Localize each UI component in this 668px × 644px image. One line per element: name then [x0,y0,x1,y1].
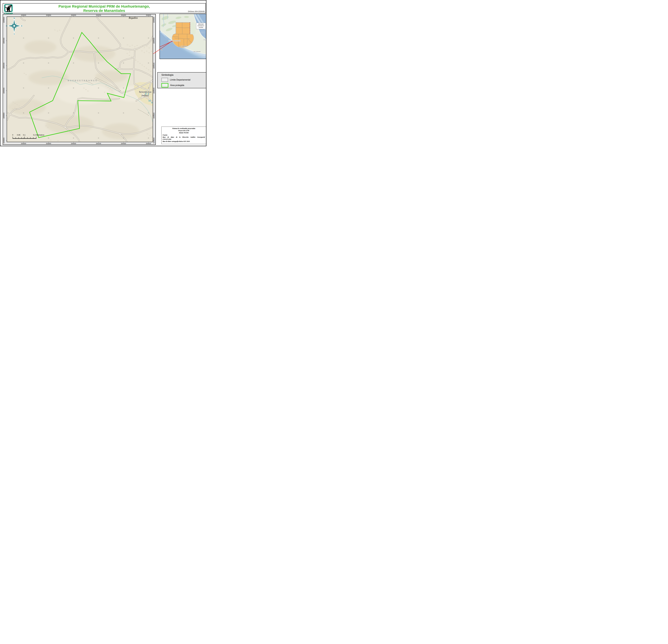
scale-bar-label: 0.1 [23,134,25,136]
building [110,89,110,89]
building [50,140,51,141]
info-line: Datum WGS84 [163,132,205,134]
building [141,99,142,100]
building [140,87,141,88]
compass-letter-n: N [14,17,15,19]
scale-bar-label: 0.2 Kilómetros [33,134,44,136]
info-line: Base de datos cartografía básica IGN 201… [163,140,205,142]
inset-label-country: G u a t e m a l a [169,40,180,42]
building [148,69,149,70]
building [57,31,58,32]
info-line: Proyección GTM [163,129,205,132]
building [108,87,108,88]
axis-label-top: 394200 [96,14,101,16]
axis-label-bottom: 394400 [121,143,126,144]
building [149,52,150,53]
building [141,50,142,51]
legend-label: Límite Departamental [170,79,191,81]
building [88,91,88,91]
building [133,58,134,59]
guatemala-city-marker [179,46,181,47]
info-line: Fuente: [163,134,205,136]
building [139,47,140,48]
building [129,55,130,56]
axis-label-bottom: 393800 [46,143,51,144]
coordinate-system-info-box: Sistema de coordenadas proyectadasProyec… [162,127,206,144]
inset-country-map[interactable]: G u a t e m a l aGuatemalaSan SalvadorH … [160,14,207,59]
info-line: CONAP 2026 [163,138,205,140]
building [111,90,112,90]
axis-label-left: 1699600 [3,17,5,23]
building [147,133,148,134]
inset-label-honduras-part: H o [203,39,206,41]
building [149,48,150,48]
legend-item-protected-area[interactable]: Área protegida [162,83,206,88]
building [137,61,138,62]
building [146,46,147,47]
info-line: Sistema de coordenadas proyectadas [163,127,205,129]
map-frame[interactable]: HUEHUETENANGORegadiosTuricentro LosDelfi… [3,14,156,145]
building [137,85,139,86]
axis-label-top: 393600 [21,14,26,16]
axis-label-left: 1698600 [3,138,5,143]
building [135,60,136,61]
building [150,135,150,136]
info-line: Base de datos de la Dirección Análisis G… [163,136,205,138]
building [137,45,138,46]
building [144,66,145,67]
building [140,63,140,64]
axis-label-top: 394600 [146,14,151,16]
axis-label-left: 1699000 [3,88,5,94]
building [16,109,17,110]
building [127,53,128,54]
legend-label: Área protegida [170,84,184,87]
axis-label-bottom: 394600 [146,143,151,144]
compass-letter-o: O [6,25,7,27]
axis-label-top: 394000 [71,14,76,16]
document-code: DAGeos-304-2026-BS [188,11,205,12]
protected-area-swatch [162,83,168,88]
building [145,88,146,88]
title-line-2: Reserva de Manantiales [3,9,206,13]
building [142,65,143,65]
axis-label-left: 1699200 [3,63,5,69]
building [149,87,150,88]
axis-label-left: 1699400 [3,38,5,44]
building [106,85,107,86]
legend-title: Simbología [162,74,206,76]
building [146,51,147,51]
building [141,46,142,46]
building [12,108,13,109]
building [134,47,135,47]
building [151,51,152,52]
axis-label-bottom: 394000 [71,143,76,144]
building [47,127,48,128]
building [139,98,140,98]
inset-label-city: Guatemala [181,46,187,47]
inset-label-gulf-part-3: Hond [201,32,205,33]
building [58,140,59,141]
axis-label-bottom: 393600 [21,143,26,144]
building [26,74,27,75]
header: CONAP Parque Regional Municipal PRM de H… [3,3,206,13]
pool [149,100,151,101]
regadios-label: Regadios [128,17,138,19]
main-map-canvas[interactable]: HUEHUETENANGORegadiosTuricentro LosDelfi… [3,14,156,145]
departmental-limit-swatch [162,78,168,82]
axis-label-bottom: 394200 [96,143,101,144]
axis-label-left: 1698800 [3,113,5,119]
building [24,73,25,74]
building [131,57,132,57]
pool [151,102,152,103]
building [150,94,151,94]
building [15,103,15,104]
inset-label-depth-721: 721 [161,49,163,50]
map-title: Parque Regional Municipal PRM de Huehuet… [3,4,206,13]
legend: Simbología Límite Departamental Área pro… [157,72,207,88]
legend-item-departmental-limit[interactable]: Límite Departamental [162,78,206,82]
building [150,71,151,72]
axis-label-top: 393800 [46,14,51,16]
building [86,89,86,90]
territorial-dispute-callout: Diferendoterritorial noresuelto [196,23,206,29]
building [136,50,137,50]
